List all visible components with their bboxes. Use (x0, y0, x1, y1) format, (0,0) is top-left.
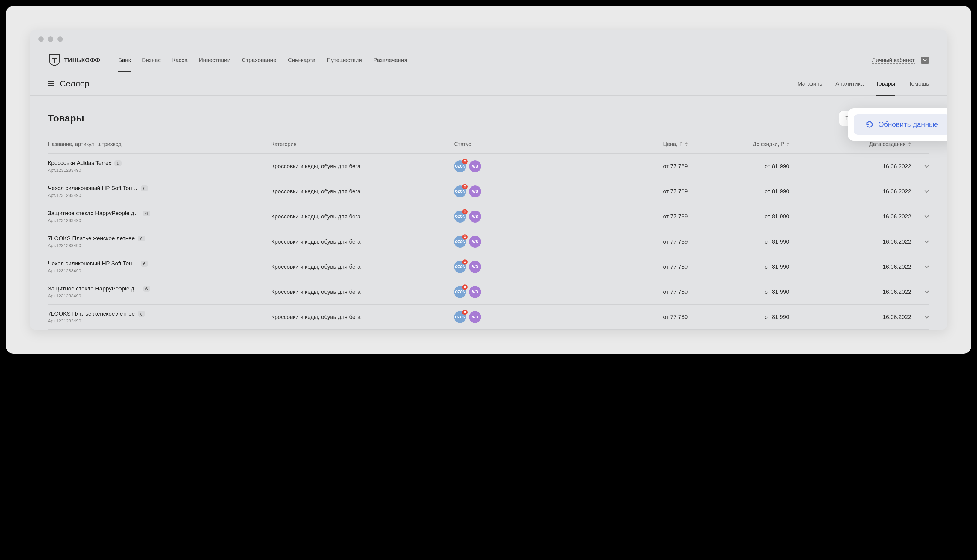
product-status: OZON ✕ WB (454, 160, 586, 172)
refresh-data-button[interactable]: Обновить данные (854, 114, 947, 135)
product-count-badge: 6 (141, 185, 148, 191)
close-window-icon[interactable] (38, 37, 44, 42)
product-status: OZON ✕ WB (454, 211, 586, 223)
product-price: от 77 789 (586, 263, 688, 270)
ozon-status-badge[interactable]: OZON ✕ (454, 236, 466, 248)
expand-row-button[interactable] (911, 240, 929, 243)
table-row: Кроссовки Adidas Terrex 6 Арт.1231233490… (48, 154, 929, 179)
product-sku: Арт.1231233490 (48, 218, 271, 223)
wb-status-badge[interactable]: WB (469, 211, 481, 223)
nav-item-1[interactable]: Бизнес (142, 48, 161, 72)
nav-item-7[interactable]: Развлечения (373, 48, 408, 72)
wb-status-badge[interactable]: WB (469, 160, 481, 172)
expand-row-button[interactable] (911, 215, 929, 218)
product-count-badge: 6 (143, 211, 150, 216)
refresh-icon (866, 120, 873, 128)
product-price: от 77 789 (586, 213, 688, 220)
wb-status-badge[interactable]: WB (469, 286, 481, 298)
expand-row-button[interactable] (911, 265, 929, 268)
product-discount-price: от 81 990 (688, 314, 789, 320)
product-name[interactable]: 7LOOKS Платье женское летнее (48, 235, 135, 242)
product-date: 16.06.2022 (789, 263, 911, 270)
sub-nav-item-2[interactable]: Товары (875, 72, 895, 95)
ozon-status-badge[interactable]: OZON ✕ (454, 160, 466, 172)
app-window: ТИНЬКОФФ БанкБизнесКассаИнвестицииСтрахо… (30, 30, 947, 330)
language-selector[interactable] (921, 57, 929, 64)
table-row: Чехол силиконовый HP Soft Tou… 6 Арт.123… (48, 254, 929, 279)
product-name[interactable]: Защитное стекло HappyPeople д… (48, 210, 140, 217)
sub-nav-item-3[interactable]: Помощь (907, 72, 929, 95)
minimize-window-icon[interactable] (48, 37, 53, 42)
error-icon: ✕ (462, 310, 468, 315)
column-status[interactable]: Статус (454, 141, 586, 147)
product-count-badge: 6 (141, 261, 148, 267)
product-name-cell: Кроссовки Adidas Terrex 6 Арт.1231233490 (48, 160, 271, 173)
expand-row-button[interactable] (911, 165, 929, 168)
expand-row-button[interactable] (911, 290, 929, 293)
wb-status-badge[interactable]: WB (469, 261, 481, 273)
expand-row-button[interactable] (911, 190, 929, 193)
ozon-status-badge[interactable]: OZON ✕ (454, 311, 466, 323)
column-name[interactable]: Название, артикул, штрихкод (48, 141, 271, 147)
wb-status-badge[interactable]: WB (469, 311, 481, 323)
product-name-cell: Защитное стекло HappyPeople д… 6 Арт.123… (48, 285, 271, 298)
product-count-badge: 6 (143, 286, 150, 292)
product-discount-price: от 81 990 (688, 188, 789, 195)
sub-nav-item-1[interactable]: Аналитика (835, 72, 863, 95)
sort-icon (786, 142, 789, 146)
sub-nav-item-0[interactable]: Магазины (797, 72, 823, 95)
ozon-status-badge[interactable]: OZON ✕ (454, 286, 466, 298)
error-icon: ✕ (462, 159, 468, 164)
logo[interactable]: ТИНЬКОФФ (48, 53, 100, 67)
product-status: OZON ✕ WB (454, 185, 586, 197)
personal-cabinet-link[interactable]: Личный кабинет (872, 57, 915, 64)
product-name[interactable]: Чехол силиконовый HP Soft Tou… (48, 185, 138, 192)
product-name[interactable]: Чехол силиконовый HP Soft Tou… (48, 260, 138, 267)
product-category: Кроссовки и кеды, обувь для бега (271, 213, 454, 220)
product-status: OZON ✕ WB (454, 261, 586, 273)
table-header-row: Название, артикул, штрихкод Категория Ст… (48, 141, 929, 154)
product-sku: Арт.1231233490 (48, 293, 271, 298)
table-row: Чехол силиконовый HP Soft Tou… 6 Арт.123… (48, 179, 929, 204)
ozon-status-badge[interactable]: OZON ✕ (454, 261, 466, 273)
product-name-cell: Чехол силиконовый HP Soft Tou… 6 Арт.123… (48, 260, 271, 273)
wb-status-badge[interactable]: WB (469, 236, 481, 248)
product-count-badge: 6 (114, 160, 122, 166)
ozon-status-badge[interactable]: OZON ✕ (454, 185, 466, 197)
content-area: Товары Тульская Вайлдберрис FBO Обновить… (30, 96, 947, 330)
nav-item-2[interactable]: Касса (172, 48, 187, 72)
product-name[interactable]: 7LOOKS Платье женское летнее (48, 310, 135, 317)
ozon-status-badge[interactable]: OZON ✕ (454, 211, 466, 223)
column-price[interactable]: Цена, ₽ (586, 141, 688, 147)
product-date: 16.06.2022 (789, 188, 911, 195)
product-category: Кроссовки и кеды, обувь для бега (271, 188, 454, 195)
menu-icon[interactable] (48, 80, 55, 87)
column-category[interactable]: Категория (271, 141, 454, 147)
product-name[interactable]: Кроссовки Adidas Terrex (48, 160, 111, 166)
wb-status-badge[interactable]: WB (469, 185, 481, 197)
column-date[interactable]: Дата создания (789, 141, 911, 147)
column-discount[interactable]: До скидки, ₽ (688, 141, 789, 147)
nav-item-4[interactable]: Страхование (242, 48, 277, 72)
error-icon: ✕ (462, 184, 468, 189)
refresh-popup: Обновить данные (848, 108, 947, 141)
product-category: Кроссовки и кеды, обувь для бега (271, 163, 454, 170)
table-row: 7LOOKS Платье женское летнее 6 Арт.12312… (48, 305, 929, 330)
nav-item-3[interactable]: Инвестиции (199, 48, 230, 72)
section-title: Селлер (60, 79, 90, 88)
top-navigation: ТИНЬКОФФ БанкБизнесКассаИнвестицииСтрахо… (30, 48, 947, 72)
maximize-window-icon[interactable] (57, 37, 63, 42)
table-row: Защитное стекло HappyPeople д… 6 Арт.123… (48, 279, 929, 305)
product-name-cell: 7LOOKS Платье женское летнее 6 Арт.12312… (48, 235, 271, 248)
nav-item-5[interactable]: Сим-карта (288, 48, 316, 72)
product-name[interactable]: Защитное стекло HappyPeople д… (48, 285, 140, 292)
nav-item-6[interactable]: Путешествия (327, 48, 362, 72)
expand-row-button[interactable] (911, 316, 929, 318)
logo-shield-icon (48, 53, 61, 67)
nav-item-0[interactable]: Банк (118, 48, 131, 72)
product-name-cell: Защитное стекло HappyPeople д… 6 Арт.123… (48, 210, 271, 223)
product-sku: Арт.1231233490 (48, 168, 271, 173)
product-price: от 77 789 (586, 289, 688, 295)
product-sku: Арт.1231233490 (48, 268, 271, 273)
error-icon: ✕ (462, 234, 468, 240)
